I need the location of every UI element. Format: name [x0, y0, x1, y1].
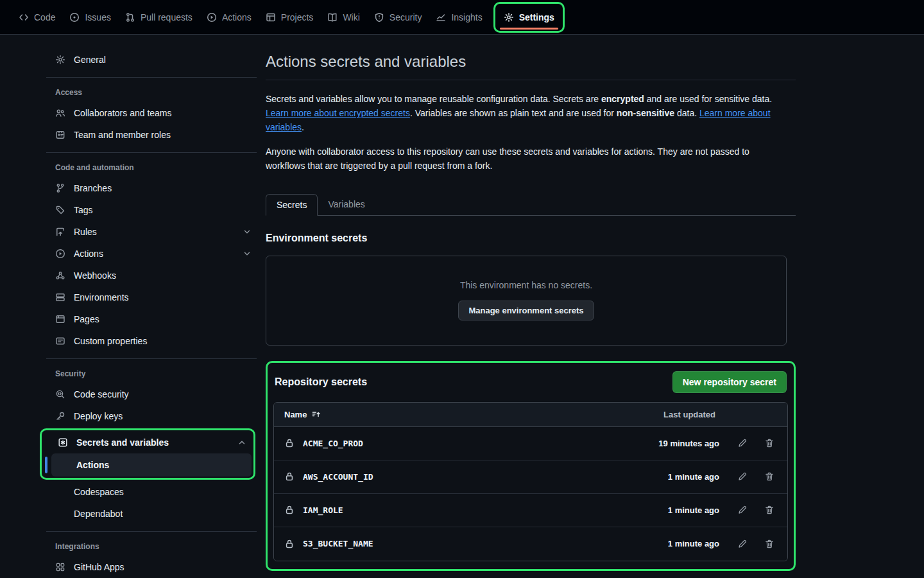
sidebar-item-label: GitHub Apps [74, 562, 124, 572]
tab-variables[interactable]: Variables [318, 194, 375, 216]
intro-text: and are used for sensitive data. [644, 94, 772, 104]
pencil-icon [737, 505, 748, 515]
sidebar-item-webhooks[interactable]: Webhooks [41, 265, 257, 286]
chevron-up-icon [237, 438, 246, 447]
edit-secret-button[interactable] [735, 435, 750, 451]
sidebar-section-integrations: Integrations [41, 538, 257, 556]
sidebar-divider [46, 152, 257, 153]
tab-code[interactable]: Code [12, 2, 62, 33]
intro-text: . Variables are shown as plain text and … [410, 108, 617, 118]
tab-issues[interactable]: Issues [62, 2, 117, 33]
sidebar-item-deploy-keys[interactable]: Deploy keys [41, 405, 257, 427]
repository-secrets-title: Repository secrets [275, 376, 367, 388]
secret-row: AWS_ACCOUNT_ID 1 minute ago [274, 460, 787, 494]
people-icon [55, 108, 65, 118]
pencil-icon [737, 471, 748, 482]
environment-empty-text: This environment has no secrets. [460, 280, 592, 290]
sidebar-item-branches[interactable]: Branches [41, 177, 257, 199]
column-name-label: Name [284, 410, 307, 419]
tab-code-label: Code [34, 12, 55, 22]
sidebar-item-custom-properties[interactable]: Custom properties [41, 330, 257, 352]
sidebar-item-label: Rules [74, 227, 97, 237]
lock-icon [284, 471, 295, 482]
manage-environment-secrets-button[interactable]: Manage environment secrets [458, 301, 594, 320]
tab-insights[interactable]: Insights [429, 2, 489, 33]
settings-content: Actions secrets and variables Secrets an… [266, 35, 796, 578]
secret-box-icon [58, 437, 68, 448]
table-icon [266, 12, 276, 22]
sidebar-item-team-roles[interactable]: Team and member roles [41, 124, 257, 146]
book-icon [327, 12, 338, 22]
trash-icon [764, 438, 774, 448]
sidebar-item-pages[interactable]: Pages [41, 308, 257, 330]
sidebar-divider [46, 358, 257, 359]
tab-insights-label: Insights [451, 12, 482, 22]
delete-secret-button[interactable] [762, 502, 777, 518]
sidebar-item-label: Pages [74, 314, 99, 324]
tab-projects[interactable]: Projects [259, 2, 321, 33]
browser-icon [55, 314, 65, 324]
sidebar-item-general[interactable]: General [41, 49, 257, 71]
tab-pull-requests[interactable]: Pull requests [118, 2, 200, 33]
edit-secret-button[interactable] [735, 502, 750, 518]
chevron-down-icon [243, 249, 252, 258]
sidebar-item-environments[interactable]: Environments [41, 286, 257, 308]
delete-secret-button[interactable] [762, 536, 777, 552]
trash-icon [764, 471, 774, 482]
edit-secret-button[interactable] [735, 536, 750, 552]
sidebar-item-secrets-and-variables[interactable]: Secrets and variables [44, 432, 252, 453]
pencil-icon [737, 438, 748, 448]
sidebar-item-label: Webhooks [74, 270, 116, 281]
sidebar-item-label: Collaborators and teams [74, 108, 172, 118]
lock-icon [284, 539, 295, 549]
delete-secret-button[interactable] [762, 469, 777, 484]
tab-actions[interactable]: Actions [200, 2, 259, 33]
tab-wiki[interactable]: Wiki [320, 2, 366, 33]
sort-ascending-icon [311, 410, 321, 419]
tab-projects-label: Projects [281, 12, 314, 22]
sidebar-item-label: General [74, 55, 106, 65]
link-encrypted-secrets[interactable]: Learn more about encrypted secrets [266, 108, 410, 118]
edit-secret-button[interactable] [735, 469, 750, 484]
gear-icon [55, 55, 65, 65]
tab-security[interactable]: Security [367, 2, 429, 33]
sidebar-item-github-apps[interactable]: GitHub Apps [41, 556, 257, 578]
sidebar-divider [46, 531, 257, 532]
sidebar-item-label: Dependabot [74, 509, 123, 519]
server-icon [55, 292, 65, 302]
sidebar-item-collaborators[interactable]: Collaborators and teams [41, 102, 257, 124]
secret-row: ACME_CO_PROD 19 minutes ago [274, 427, 787, 460]
tab-settings[interactable]: Settings [497, 4, 561, 31]
lock-icon [284, 505, 295, 515]
tab-actions-label: Actions [222, 12, 252, 22]
gear-icon [504, 12, 514, 22]
settings-sidebar: General Access Collaborators and teams T… [41, 35, 257, 578]
trash-icon [764, 505, 774, 515]
trash-icon [764, 539, 774, 549]
sidebar-item-actions[interactable]: Actions [41, 243, 257, 265]
sidebar-item-label: Codespaces [74, 487, 124, 497]
environment-secrets-title: Environment secrets [266, 232, 796, 244]
sidebar-item-tags[interactable]: Tags [41, 199, 257, 221]
secret-row: IAM_ROLE 1 minute ago [274, 494, 787, 527]
column-name-sort[interactable]: Name [284, 410, 321, 419]
page-title: Actions secrets and variables [266, 53, 796, 80]
pull-request-icon [125, 12, 135, 22]
sidebar-item-code-security[interactable]: Code security [41, 383, 257, 405]
issue-icon [69, 12, 80, 22]
secret-updated: 1 minute ago [623, 472, 719, 482]
delete-secret-button[interactable] [762, 435, 777, 451]
sidebar-item-rules[interactable]: Rules [41, 221, 257, 243]
secret-name: ACME_CO_PROD [303, 439, 363, 448]
tab-secrets[interactable]: Secrets [266, 194, 318, 216]
sidebar-item-label: Environments [74, 292, 129, 302]
sidebar-item-label: Deploy keys [74, 411, 123, 421]
sidebar-subitem-codespaces[interactable]: Codespaces [41, 481, 257, 503]
sidebar-subitem-dependabot[interactable]: Dependabot [41, 503, 257, 525]
sidebar-item-label: Branches [74, 183, 112, 193]
sidebar-subitem-actions[interactable]: Actions [51, 453, 252, 477]
active-tab-underline [500, 28, 558, 30]
apps-grid-icon [55, 562, 65, 572]
new-repository-secret-button[interactable]: New repository secret [672, 371, 787, 393]
rules-icon [55, 227, 65, 237]
